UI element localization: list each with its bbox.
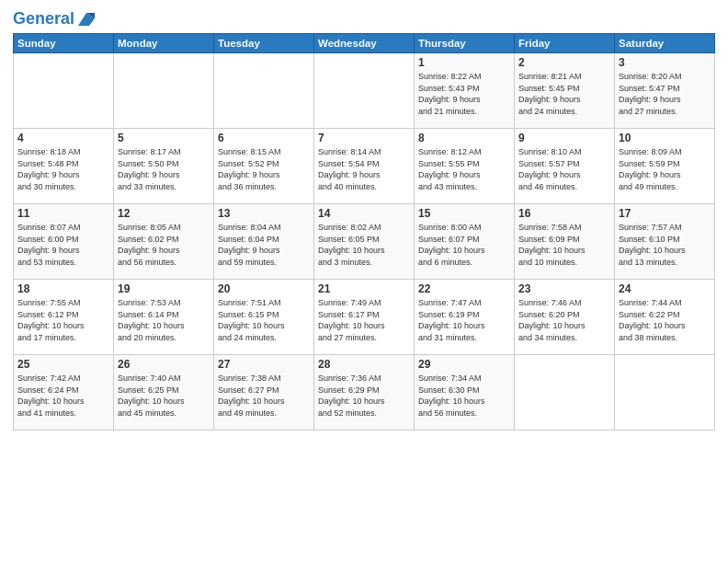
day-number: 19 xyxy=(118,282,210,295)
calendar-cell: 12Sunrise: 8:05 AM Sunset: 6:02 PM Dayli… xyxy=(114,204,214,280)
day-info: Sunrise: 7:42 AM Sunset: 6:24 PM Dayligh… xyxy=(17,373,109,419)
day-number: 24 xyxy=(619,282,711,295)
calendar-cell: 26Sunrise: 7:40 AM Sunset: 6:25 PM Dayli… xyxy=(114,355,214,431)
calendar-cell: 5Sunrise: 8:17 AM Sunset: 5:50 PM Daylig… xyxy=(114,129,214,204)
calendar-cell: 24Sunrise: 7:44 AM Sunset: 6:22 PM Dayli… xyxy=(615,280,715,355)
calendar-cell: 4Sunrise: 8:18 AM Sunset: 5:48 PM Daylig… xyxy=(14,129,114,204)
day-info: Sunrise: 7:57 AM Sunset: 6:10 PM Dayligh… xyxy=(619,222,711,268)
day-info: Sunrise: 7:49 AM Sunset: 6:17 PM Dayligh… xyxy=(318,297,410,343)
day-info: Sunrise: 8:21 AM Sunset: 5:45 PM Dayligh… xyxy=(518,71,610,117)
day-info: Sunrise: 7:58 AM Sunset: 6:09 PM Dayligh… xyxy=(518,222,610,268)
day-info: Sunrise: 7:46 AM Sunset: 6:20 PM Dayligh… xyxy=(518,297,610,343)
logo-text: General xyxy=(13,10,74,29)
day-number: 16 xyxy=(518,207,610,220)
day-info: Sunrise: 8:04 AM Sunset: 6:04 PM Dayligh… xyxy=(218,222,310,268)
day-info: Sunrise: 8:20 AM Sunset: 5:47 PM Dayligh… xyxy=(619,71,711,117)
calendar-cell: 15Sunrise: 8:00 AM Sunset: 6:07 PM Dayli… xyxy=(415,204,515,280)
calendar-cell: 19Sunrise: 7:53 AM Sunset: 6:14 PM Dayli… xyxy=(114,280,214,355)
logo: General xyxy=(13,9,97,26)
day-number: 8 xyxy=(418,132,510,144)
calendar-cell: 11Sunrise: 8:07 AM Sunset: 6:00 PM Dayli… xyxy=(14,204,114,280)
day-info: Sunrise: 8:05 AM Sunset: 6:02 PM Dayligh… xyxy=(118,222,210,268)
day-number: 4 xyxy=(17,132,109,144)
day-number: 11 xyxy=(17,207,109,220)
day-number: 23 xyxy=(518,282,610,295)
day-info: Sunrise: 8:22 AM Sunset: 5:43 PM Dayligh… xyxy=(418,71,510,117)
day-number: 2 xyxy=(518,56,610,69)
day-number: 28 xyxy=(318,358,410,371)
day-number: 7 xyxy=(318,132,410,144)
calendar-cell xyxy=(14,53,114,129)
calendar-cell: 18Sunrise: 7:55 AM Sunset: 6:12 PM Dayli… xyxy=(14,280,114,355)
day-number: 6 xyxy=(218,132,310,144)
day-number: 21 xyxy=(318,282,410,295)
day-info: Sunrise: 8:00 AM Sunset: 6:07 PM Dayligh… xyxy=(418,222,510,268)
calendar-cell xyxy=(114,53,214,129)
calendar-cell: 3Sunrise: 8:20 AM Sunset: 5:47 PM Daylig… xyxy=(615,53,715,129)
day-number: 27 xyxy=(218,358,310,371)
day-number: 14 xyxy=(318,207,410,220)
weekday-header: Monday xyxy=(114,34,214,53)
calendar-cell xyxy=(515,355,615,431)
day-info: Sunrise: 7:36 AM Sunset: 6:29 PM Dayligh… xyxy=(318,373,410,419)
calendar-cell: 1Sunrise: 8:22 AM Sunset: 5:43 PM Daylig… xyxy=(415,53,515,129)
calendar-cell: 25Sunrise: 7:42 AM Sunset: 6:24 PM Dayli… xyxy=(14,355,114,431)
weekday-header: Sunday xyxy=(14,34,114,53)
logo-icon xyxy=(76,9,97,29)
calendar-cell: 28Sunrise: 7:36 AM Sunset: 6:29 PM Dayli… xyxy=(314,355,415,431)
calendar-week-row: 18Sunrise: 7:55 AM Sunset: 6:12 PM Dayli… xyxy=(14,280,715,355)
calendar-cell: 27Sunrise: 7:38 AM Sunset: 6:27 PM Dayli… xyxy=(214,355,314,431)
day-number: 25 xyxy=(17,358,109,371)
day-number: 1 xyxy=(418,56,510,69)
day-number: 18 xyxy=(17,282,109,295)
calendar-cell xyxy=(314,53,415,129)
day-info: Sunrise: 7:51 AM Sunset: 6:15 PM Dayligh… xyxy=(218,297,310,343)
page-header: General xyxy=(13,9,715,26)
calendar-cell: 23Sunrise: 7:46 AM Sunset: 6:20 PM Dayli… xyxy=(515,280,615,355)
calendar-table: SundayMondayTuesdayWednesdayThursdayFrid… xyxy=(13,33,715,431)
calendar-cell: 10Sunrise: 8:09 AM Sunset: 5:59 PM Dayli… xyxy=(615,129,715,204)
calendar-cell: 2Sunrise: 8:21 AM Sunset: 5:45 PM Daylig… xyxy=(515,53,615,129)
calendar-cell: 16Sunrise: 7:58 AM Sunset: 6:09 PM Dayli… xyxy=(515,204,615,280)
day-info: Sunrise: 7:55 AM Sunset: 6:12 PM Dayligh… xyxy=(17,297,109,343)
day-number: 26 xyxy=(118,358,210,371)
day-number: 9 xyxy=(518,132,610,144)
calendar-cell: 17Sunrise: 7:57 AM Sunset: 6:10 PM Dayli… xyxy=(615,204,715,280)
day-number: 5 xyxy=(118,132,210,144)
day-info: Sunrise: 7:53 AM Sunset: 6:14 PM Dayligh… xyxy=(118,297,210,343)
calendar-cell: 7Sunrise: 8:14 AM Sunset: 5:54 PM Daylig… xyxy=(314,129,415,204)
calendar-cell: 21Sunrise: 7:49 AM Sunset: 6:17 PM Dayli… xyxy=(314,280,415,355)
day-info: Sunrise: 8:14 AM Sunset: 5:54 PM Dayligh… xyxy=(318,146,410,192)
calendar-week-row: 4Sunrise: 8:18 AM Sunset: 5:48 PM Daylig… xyxy=(14,129,715,204)
weekday-header: Wednesday xyxy=(314,34,415,53)
day-info: Sunrise: 8:10 AM Sunset: 5:57 PM Dayligh… xyxy=(518,146,610,192)
day-number: 17 xyxy=(619,207,711,220)
day-info: Sunrise: 7:38 AM Sunset: 6:27 PM Dayligh… xyxy=(218,373,310,419)
calendar-cell: 29Sunrise: 7:34 AM Sunset: 6:30 PM Dayli… xyxy=(415,355,515,431)
calendar-week-row: 25Sunrise: 7:42 AM Sunset: 6:24 PM Dayli… xyxy=(14,355,715,431)
calendar-week-row: 1Sunrise: 8:22 AM Sunset: 5:43 PM Daylig… xyxy=(14,53,715,129)
day-info: Sunrise: 8:12 AM Sunset: 5:55 PM Dayligh… xyxy=(418,146,510,192)
day-info: Sunrise: 7:44 AM Sunset: 6:22 PM Dayligh… xyxy=(619,297,711,343)
day-info: Sunrise: 7:47 AM Sunset: 6:19 PM Dayligh… xyxy=(418,297,510,343)
calendar-cell: 14Sunrise: 8:02 AM Sunset: 6:05 PM Dayli… xyxy=(314,204,415,280)
calendar-cell: 20Sunrise: 7:51 AM Sunset: 6:15 PM Dayli… xyxy=(214,280,314,355)
day-info: Sunrise: 7:34 AM Sunset: 6:30 PM Dayligh… xyxy=(418,373,510,419)
day-info: Sunrise: 8:15 AM Sunset: 5:52 PM Dayligh… xyxy=(218,146,310,192)
weekday-header: Tuesday xyxy=(214,34,314,53)
calendar-cell: 22Sunrise: 7:47 AM Sunset: 6:19 PM Dayli… xyxy=(415,280,515,355)
day-number: 3 xyxy=(619,56,711,69)
calendar-week-row: 11Sunrise: 8:07 AM Sunset: 6:00 PM Dayli… xyxy=(14,204,715,280)
page-container: General SundayMondayTuesdayWednesdayThur… xyxy=(0,0,728,436)
day-number: 13 xyxy=(218,207,310,220)
day-info: Sunrise: 8:17 AM Sunset: 5:50 PM Dayligh… xyxy=(118,146,210,192)
day-number: 29 xyxy=(418,358,510,371)
day-info: Sunrise: 8:09 AM Sunset: 5:59 PM Dayligh… xyxy=(619,146,711,192)
day-info: Sunrise: 8:02 AM Sunset: 6:05 PM Dayligh… xyxy=(318,222,410,268)
weekday-header: Friday xyxy=(515,34,615,53)
day-info: Sunrise: 8:18 AM Sunset: 5:48 PM Dayligh… xyxy=(17,146,109,192)
day-number: 22 xyxy=(418,282,510,295)
calendar-cell xyxy=(615,355,715,431)
weekday-header: Thursday xyxy=(415,34,515,53)
calendar-cell: 9Sunrise: 8:10 AM Sunset: 5:57 PM Daylig… xyxy=(515,129,615,204)
